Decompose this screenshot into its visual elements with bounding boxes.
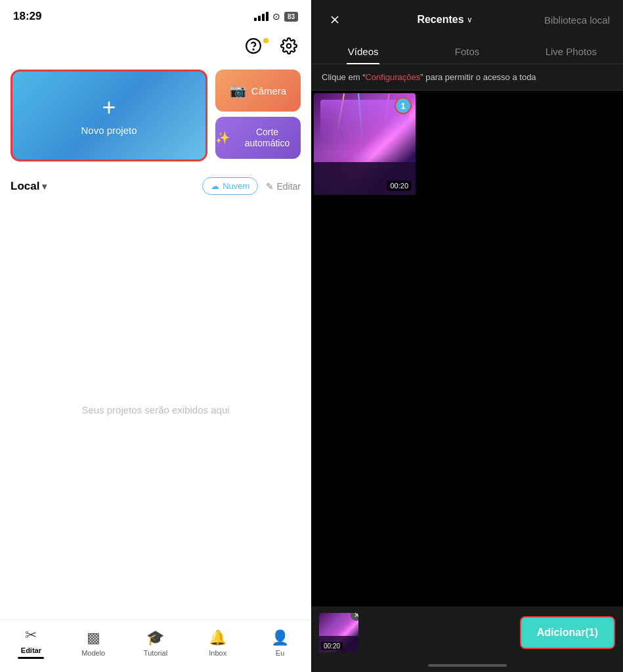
camera-icon: 📷 xyxy=(230,83,246,98)
cloud-label: Nuvem xyxy=(223,181,249,191)
auto-cut-card[interactable]: ✨ Corte automático xyxy=(215,117,301,159)
close-button[interactable] xyxy=(324,9,345,30)
media-tabs: Vídeos Fotos Live Photos xyxy=(311,39,623,64)
battery-badge: 83 xyxy=(284,12,298,22)
video-duration: 00:20 xyxy=(387,180,412,191)
local-title-text: Local xyxy=(11,180,39,193)
edit-button[interactable]: ✎ Editar xyxy=(266,181,301,192)
svg-point-2 xyxy=(287,44,291,49)
home-indicator-area xyxy=(311,659,623,672)
nav-item-me[interactable]: 👤 Eu xyxy=(261,629,300,657)
video-thumbnail[interactable]: 1 00:20 xyxy=(314,93,416,195)
tab-live-photos-label: Live Photos xyxy=(546,46,597,57)
nav-me-label: Eu xyxy=(276,649,284,657)
bottom-nav: ✂ Editar ▩ Modelo 🎓 Tutorial 🔔 Inbox 👤 E… xyxy=(0,620,311,672)
side-cards: 📷 Câmera ✨ Corte automático xyxy=(215,70,301,161)
access-notice-prefix: Clique em “ xyxy=(322,72,365,82)
nav-item-model[interactable]: ▩ Modelo xyxy=(74,629,113,657)
plus-icon: + xyxy=(102,96,116,119)
nav-edit-label: Editar xyxy=(21,646,41,654)
notification-dot xyxy=(263,38,269,43)
left-panel: 18:29 ⊙ 83 + Novo xyxy=(0,0,311,672)
remove-selected-button[interactable]: ✕ xyxy=(351,613,358,621)
add-button[interactable]: Adicionar(1) xyxy=(520,616,615,649)
nav-item-tutorial[interactable]: 🎓 Tutorial xyxy=(136,629,175,657)
tab-live-photos[interactable]: Live Photos xyxy=(519,39,623,64)
signal-bars-icon xyxy=(254,12,269,21)
help-button[interactable] xyxy=(244,34,268,58)
nav-inbox-label: Inbox xyxy=(209,649,226,657)
camera-label: Câmera xyxy=(251,85,286,96)
status-icons: ⊙ 83 xyxy=(254,11,298,22)
settings-button[interactable] xyxy=(277,34,301,58)
status-bar: 18:29 ⊙ 83 xyxy=(0,0,311,29)
tab-fotos-label: Fotos xyxy=(455,46,480,57)
pencil-icon: ✎ xyxy=(266,181,274,192)
config-link[interactable]: Configurações xyxy=(365,72,420,82)
auto-cut-label: Corte automático xyxy=(234,127,301,149)
nav-tutorial-label: Tutorial xyxy=(144,649,167,657)
access-notice: Clique em “Configurações” para permitir … xyxy=(311,64,623,91)
recents-chevron-icon: ∨ xyxy=(467,15,473,24)
status-time: 18:29 xyxy=(13,10,41,23)
edit-label: Editar xyxy=(276,181,301,192)
selection-badge: 1 xyxy=(395,97,412,114)
access-notice-suffix: ” para permitir o acesso a toda xyxy=(420,72,536,82)
svg-point-1 xyxy=(253,49,253,50)
empty-projects: Seus projetos serão exibidos aqui xyxy=(0,200,311,620)
nav-model-label: Modelo xyxy=(81,649,105,657)
top-buttons xyxy=(0,29,311,63)
local-title-button[interactable]: Local ▾ xyxy=(11,180,47,193)
local-header: Local ▾ ☁ Nuvem ✎ Editar xyxy=(0,168,311,200)
local-chevron-icon: ▾ xyxy=(42,181,47,192)
right-header: Recentes ∨ Biblioteca local xyxy=(311,0,623,39)
bottom-selected-area: ✕ 00:20 Adicionar(1) xyxy=(311,606,623,659)
selected-thumb-duration: 00:20 xyxy=(321,642,343,650)
action-cards: + Novo projeto 📷 Câmera ✨ Corte automáti… xyxy=(0,63,311,168)
tutorial-icon: 🎓 xyxy=(146,629,164,646)
nav-item-inbox[interactable]: 🔔 Inbox xyxy=(198,629,238,657)
wifi-icon: ⊙ xyxy=(272,11,280,22)
recents-dropdown-button[interactable]: Recentes ∨ xyxy=(417,14,472,26)
new-project-card[interactable]: + Novo projeto xyxy=(11,70,207,161)
cloud-icon: ☁ xyxy=(211,181,219,191)
biblioteca-button[interactable]: Biblioteca local xyxy=(544,14,610,26)
camera-card[interactable]: 📷 Câmera xyxy=(215,70,301,112)
model-icon: ▩ xyxy=(87,629,100,646)
cloud-button[interactable]: ☁ Nuvem xyxy=(202,177,258,195)
tab-videos[interactable]: Vídeos xyxy=(311,39,415,64)
bell-icon: 🔔 xyxy=(209,629,226,646)
media-grid: 1 00:20 xyxy=(311,91,623,606)
home-indicator xyxy=(428,664,507,667)
local-actions: ☁ Nuvem ✎ Editar xyxy=(202,177,301,195)
auto-cut-icon: ✨ xyxy=(215,131,230,145)
empty-projects-text: Seus projetos serão exibidos aqui xyxy=(81,404,229,415)
scissors-icon: ✂ xyxy=(25,627,37,644)
tab-fotos[interactable]: Fotos xyxy=(415,39,519,64)
nav-item-edit[interactable]: ✂ Editar xyxy=(11,627,51,659)
active-indicator xyxy=(18,657,44,659)
right-panel: Recentes ∨ Biblioteca local Vídeos Fotos… xyxy=(311,0,623,672)
new-project-label: Novo projeto xyxy=(81,125,137,136)
person-icon: 👤 xyxy=(271,629,289,646)
tab-videos-label: Vídeos xyxy=(348,46,379,57)
selected-thumb: ✕ 00:20 xyxy=(319,613,358,652)
recents-label: Recentes xyxy=(417,14,463,26)
